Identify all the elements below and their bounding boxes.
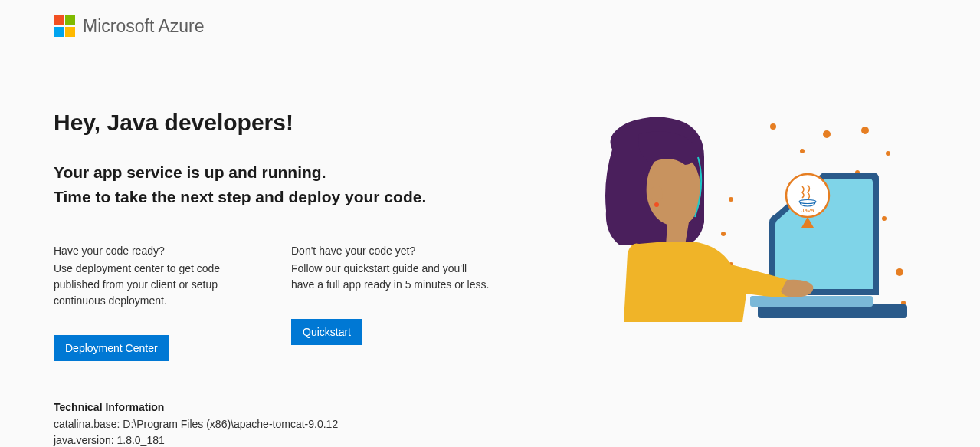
brand-header: Microsoft Azure bbox=[54, 15, 544, 37]
deployment-question: Have your code ready? bbox=[54, 243, 253, 259]
page-heading: Hey, Java developers! bbox=[54, 110, 544, 136]
quickstart-body: Follow our quickstart guide and you'll h… bbox=[291, 261, 490, 293]
svg-point-0 bbox=[770, 123, 776, 130]
svg-point-17 bbox=[651, 186, 663, 202]
subheading-line2: Time to take the next step and deploy yo… bbox=[54, 185, 544, 209]
subheading-line1: Your app service is up and running. bbox=[54, 160, 544, 185]
svg-point-18 bbox=[654, 202, 659, 207]
technical-info-section: Technical Information catalina.base: D:\… bbox=[54, 401, 544, 447]
svg-point-6 bbox=[729, 197, 733, 202]
svg-point-10 bbox=[896, 268, 903, 276]
svg-rect-13 bbox=[750, 296, 873, 307]
svg-point-4 bbox=[886, 151, 890, 156]
catalina-base-value: catalina.base: D:\Program Files (x86)\ap… bbox=[54, 416, 544, 432]
java-version-value: java.version: 1.8.0_181 bbox=[54, 432, 544, 447]
quickstart-button[interactable]: Quickstart bbox=[291, 319, 362, 345]
brand-text: Microsoft Azure bbox=[83, 16, 205, 37]
svg-point-7 bbox=[721, 232, 726, 236]
svg-point-9 bbox=[882, 216, 887, 221]
quickstart-question: Don't have your code yet? bbox=[291, 243, 490, 259]
deployment-center-button[interactable]: Deployment Center bbox=[54, 335, 169, 361]
developer-illustration: Java bbox=[597, 111, 911, 334]
svg-point-1 bbox=[800, 149, 805, 153]
svg-point-2 bbox=[823, 130, 831, 138]
svg-text:Java: Java bbox=[801, 207, 814, 214]
microsoft-logo-icon bbox=[54, 15, 75, 37]
technical-info-title: Technical Information bbox=[54, 401, 544, 413]
deployment-column: Have your code ready? Use deployment cen… bbox=[54, 243, 253, 361]
svg-point-3 bbox=[861, 127, 869, 134]
page-subheading: Your app service is up and running. Time… bbox=[54, 160, 544, 209]
quickstart-column: Don't have your code yet? Follow our qui… bbox=[291, 243, 490, 361]
deployment-body: Use deployment center to get code publis… bbox=[54, 261, 253, 309]
